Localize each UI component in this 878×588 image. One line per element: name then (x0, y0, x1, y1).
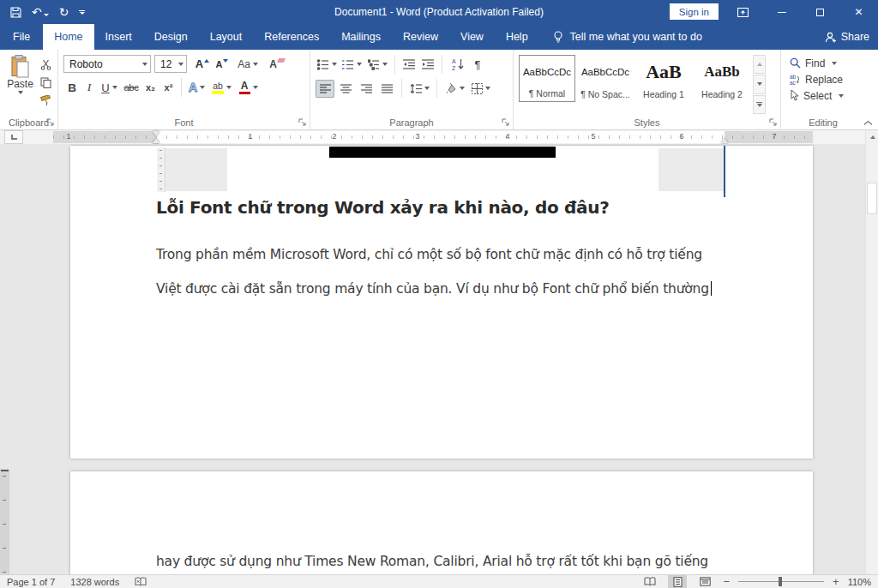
style-heading-2[interactable]: AaBb Heading 2 (694, 55, 750, 102)
proofing-book-icon (135, 577, 147, 587)
scissors-icon (40, 59, 51, 70)
page-2[interactable]: hay được sử dụng như Times New Roman, Ca… (70, 471, 813, 574)
styles-scroll-down-button[interactable] (753, 75, 766, 93)
zoom-slider-handle[interactable] (779, 577, 782, 586)
collapse-ribbon-button[interactable] (863, 120, 873, 126)
styles-scroll-up-button[interactable] (753, 55, 766, 74)
zoom-level[interactable]: 110% (848, 577, 871, 587)
tab-design[interactable]: Design (143, 24, 199, 50)
copy-button[interactable] (37, 75, 54, 90)
sign-in-button[interactable]: Sign in (670, 3, 719, 20)
multilevel-list-button[interactable] (365, 56, 389, 74)
style-no-spacing[interactable]: AaBbCcDc ¶ No Spac... (577, 55, 634, 102)
strikethrough-button[interactable]: abc (121, 79, 141, 97)
align-center-button[interactable] (336, 80, 355, 98)
grow-font-button[interactable]: A (192, 55, 213, 73)
share-button[interactable]: Share (825, 24, 869, 50)
change-case-button[interactable]: Aa (235, 55, 261, 73)
tab-layout[interactable]: Layout (199, 24, 254, 50)
page-indicator[interactable]: Page 1 of 7 (7, 577, 55, 587)
tab-review[interactable]: Review (392, 24, 449, 50)
subscript-button[interactable]: x₂ (141, 79, 159, 97)
text-effects-button[interactable]: A (185, 79, 208, 97)
redo-button[interactable]: ↻ (59, 6, 69, 18)
text-highlight-button[interactable]: ab (208, 79, 235, 97)
tab-help[interactable]: Help (495, 24, 539, 50)
tab-home[interactable]: Home (43, 24, 93, 50)
zoom-in-button[interactable]: + (833, 576, 839, 587)
font-dialog-launcher[interactable] (298, 118, 307, 127)
font-size-combo[interactable]: 12 (154, 55, 187, 73)
tab-references[interactable]: References (253, 24, 330, 50)
clear-formatting-button[interactable]: A (266, 55, 288, 73)
styles-more-button[interactable] (753, 95, 766, 114)
horizontal-ruler[interactable]: 1 1 2 3 4 5 6 7 (53, 131, 813, 143)
document-area[interactable]: Lỗi Font chữ trong Word xảy ra khi nào, … (0, 144, 865, 574)
cut-button[interactable] (37, 57, 54, 72)
style-normal[interactable]: AaBbCcDc ¶ Normal (519, 55, 575, 102)
ribbon-tab-row: File Home Insert Design Layout Reference… (0, 24, 878, 50)
undo-dropdown-caret[interactable] (44, 14, 49, 16)
tell-me-box[interactable]: Tell me what you want to do (553, 24, 702, 50)
undo-button[interactable]: ↶ (32, 4, 49, 20)
borders-button[interactable] (468, 80, 494, 98)
show-paragraph-marks-button[interactable]: ¶ (470, 56, 485, 74)
align-left-button[interactable] (316, 80, 334, 98)
read-mode-icon (644, 577, 656, 586)
tab-file[interactable]: File (0, 24, 43, 50)
find-button[interactable]: Find (790, 55, 862, 71)
page-1[interactable]: Lỗi Font chữ trong Word xảy ra khi nào, … (70, 146, 813, 459)
first-line-indent-marker[interactable] (153, 131, 159, 136)
select-button[interactable]: Select (790, 87, 862, 104)
tab-stop-selector[interactable] (4, 130, 23, 144)
maximize-button[interactable] (801, 0, 839, 24)
zoom-out-button[interactable]: − (723, 576, 730, 587)
justify-button[interactable] (377, 80, 396, 98)
sort-button[interactable]: A Z (448, 56, 468, 74)
style-heading-1[interactable]: AaB Heading 1 (635, 55, 692, 102)
paragraph-dialog-launcher[interactable] (502, 118, 510, 127)
read-mode-button[interactable] (640, 575, 659, 588)
format-painter-button[interactable] (37, 93, 54, 108)
word-count[interactable]: 1328 words (70, 577, 119, 587)
ribbon-display-options-button[interactable] (724, 0, 762, 24)
vertical-scrollbar[interactable] (865, 130, 878, 574)
shading-button[interactable] (442, 80, 466, 98)
customize-qat-button[interactable] (79, 10, 85, 15)
web-layout-button[interactable] (695, 575, 714, 588)
numbering-button[interactable] (340, 56, 364, 74)
tab-view[interactable]: View (449, 24, 495, 50)
decrease-indent-button[interactable] (400, 56, 418, 74)
increase-indent-button[interactable] (419, 56, 436, 74)
tab-insert[interactable]: Insert (94, 24, 143, 50)
clipboard-dialog-launcher[interactable] (46, 118, 55, 127)
print-layout-button[interactable] (668, 575, 687, 588)
scrollbar-thumb[interactable] (867, 183, 877, 214)
proofing-status-button[interactable] (135, 577, 147, 587)
replace-button[interactable]: ab ac Replace (790, 71, 862, 87)
tab-mailings[interactable]: Mailings (330, 24, 392, 50)
window-title: Document1 - Word (Product Activation Fai… (334, 0, 544, 24)
save-icon[interactable] (10, 7, 21, 18)
bullets-button[interactable] (316, 56, 338, 74)
styles-dialog-launcher[interactable] (769, 118, 778, 127)
zoom-slider[interactable] (738, 575, 824, 588)
underline-button[interactable]: U (98, 79, 121, 97)
text-cursor (711, 281, 712, 296)
italic-button[interactable]: I (81, 79, 98, 97)
align-right-button[interactable] (357, 80, 376, 98)
right-indent-marker[interactable] (721, 138, 728, 143)
bold-button[interactable]: B (63, 79, 81, 97)
minimize-button[interactable] (762, 0, 801, 24)
align-left-icon (320, 84, 331, 93)
line-spacing-button[interactable] (407, 80, 431, 98)
hanging-indent-marker[interactable] (153, 138, 159, 143)
paste-button[interactable]: Paste (5, 55, 35, 114)
shrink-font-button[interactable]: A (213, 55, 232, 73)
superscript-button[interactable]: x² (159, 79, 177, 97)
font-name-combo[interactable]: Roboto (63, 55, 151, 73)
scrollbar-up-button[interactable] (866, 130, 878, 144)
font-color-button[interactable]: A (235, 79, 262, 97)
close-button[interactable]: ✕ (839, 0, 878, 24)
paste-dropdown-caret[interactable] (18, 91, 23, 94)
